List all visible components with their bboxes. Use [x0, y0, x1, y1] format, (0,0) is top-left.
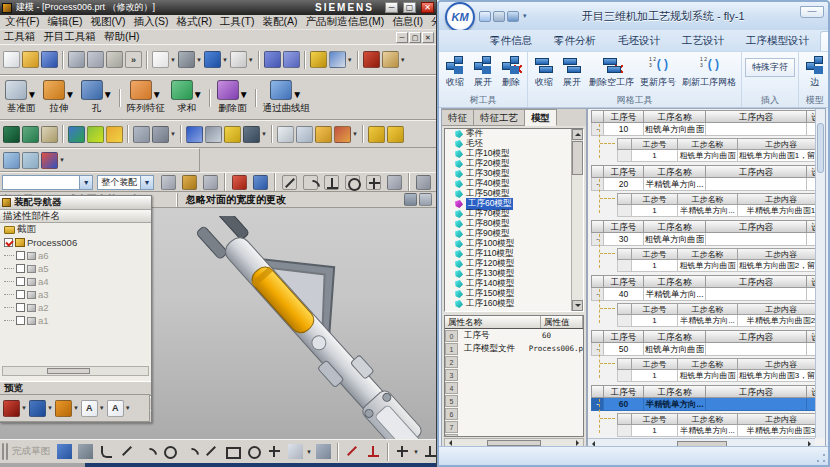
nx-menu-item[interactable]: 开目工具箱 [40, 29, 101, 45]
pane-tab[interactable]: 特征 [442, 109, 474, 126]
csys-icon[interactable]: ▼ [41, 152, 65, 169]
nx-menu-item[interactable]: 装配(A) [258, 15, 301, 30]
line-select-icon[interactable] [280, 175, 299, 190]
nx-menu-item[interactable]: 视图(V) [86, 15, 129, 30]
tree-node-component[interactable]: a4 [0, 275, 151, 288]
edge-button[interactable]: 边 [802, 54, 828, 90]
step-row[interactable]: 1 粗铣单方向曲面 粗铣单方向曲面1，留余 [617, 150, 825, 162]
dropdown-arrow-icon[interactable]: ▼ [306, 449, 312, 455]
step-row[interactable]: 1 半精铣单方向... 半精铣单方向曲面1 [617, 205, 825, 217]
ribbon-tab[interactable]: 零件信息 [479, 31, 543, 51]
selection-scope-dropdown[interactable]: 整个装配 ▼ [97, 175, 154, 190]
check-mate-icon[interactable]: ▼ [68, 126, 85, 143]
checkbox-unchecked[interactable] [16, 277, 25, 286]
shaded-view-icon[interactable]: ▼ [204, 51, 228, 68]
gear-pair-icon[interactable]: ▼ [334, 126, 358, 143]
operation-row[interactable]: - 40 半精铣单方向... [591, 288, 825, 301]
view-orient-icon[interactable]: ▼ [178, 51, 202, 68]
hd3d-icon[interactable]: ▼ [329, 51, 353, 68]
nx-menu-item[interactable]: 帮助(H) [100, 29, 144, 45]
clip-section-icon[interactable] [404, 193, 417, 206]
km-minimize-button[interactable]: — [800, 6, 824, 18]
report-book-icon[interactable]: ▼ [3, 126, 20, 143]
resize-grip[interactable] [816, 453, 826, 463]
prop-name-header[interactable]: 属性名称 [445, 316, 541, 328]
dropdown-arrow-icon[interactable]: ▼ [170, 57, 176, 63]
dropdown-arrow-icon[interactable]: ▼ [347, 57, 353, 63]
chevron-down-icon[interactable]: ▼ [140, 176, 153, 189]
ribbon-tab[interactable]: 零件分析 [543, 31, 607, 51]
sketch-pattern-icon[interactable]: ▼ [76, 444, 95, 459]
checkbox-unchecked[interactable] [16, 290, 25, 299]
operation-row[interactable]: - 30 粗铣单方向曲面 [591, 233, 825, 246]
dropdown-arrow-icon[interactable]: ▼ [222, 57, 228, 63]
dropdown-arrow-icon[interactable]: ▼ [21, 405, 27, 411]
mdi-restore-button[interactable]: ▢ [409, 32, 421, 43]
chevron-down-icon[interactable]: ▼ [79, 176, 92, 189]
save-icon[interactable]: ▼ [41, 51, 58, 68]
tree-node-component[interactable]: a6 [0, 249, 151, 262]
note-text-icon[interactable]: A ▼ [81, 400, 105, 417]
polygon-icon[interactable]: ▼ [244, 444, 263, 459]
tree-node-component[interactable]: a3 [0, 288, 151, 301]
sheet-stack-icon[interactable]: ▼ [22, 126, 39, 143]
dropdown-arrow-icon[interactable]: ▼ [73, 405, 79, 411]
datum-cube-icon[interactable]: ▼ [29, 400, 53, 417]
visual-streams-icon[interactable]: ▼ [363, 51, 380, 68]
checkbox-unchecked[interactable] [16, 303, 25, 312]
tree-node-component[interactable]: a2 [0, 301, 151, 314]
assembly-constraints-icon[interactable]: ▼ [283, 51, 300, 68]
check-tool-icon[interactable]: ▼ [87, 126, 104, 143]
fit-view-icon[interactable]: ▼ [152, 51, 176, 68]
broom-icon[interactable]: ▼ [243, 126, 267, 143]
nx-menu-item[interactable]: 信息(I) [388, 15, 427, 30]
point-select-icon[interactable] [364, 175, 383, 190]
folder-add-icon[interactable]: ▼ [315, 126, 332, 143]
nx-minimize-button[interactable]: ─ [385, 2, 398, 13]
part-family-icon[interactable]: ▼ [368, 126, 385, 143]
tree-node-component[interactable]: a1 [0, 314, 151, 327]
step-row[interactable]: 1 粗铣单方向曲面 粗铣单方向曲面3，留余 [617, 370, 825, 382]
nx-menu-item[interactable]: 工具箱 [0, 29, 40, 45]
dropdown-arrow-icon[interactable]: ▼ [196, 57, 202, 63]
tag-icon[interactable]: ▼ [41, 126, 58, 143]
mdi-minimize-button[interactable]: ─ [396, 32, 408, 43]
dropdown-arrow-icon[interactable]: ▼ [170, 131, 176, 137]
operation-row[interactable]: - 50 粗铣单方向曲面 [591, 343, 825, 356]
dropdown-arrow-icon[interactable]: ▼ [400, 57, 406, 63]
window-grid-icon[interactable] [419, 193, 432, 206]
navigator-hscrollbar[interactable] [2, 366, 149, 376]
compass-icon[interactable] [230, 175, 249, 190]
dropdown-arrow-icon[interactable]: ▼ [193, 89, 203, 100]
arrow-select-icon[interactable] [322, 175, 341, 190]
role-key-icon[interactable]: ▼ [310, 51, 327, 68]
grid-vscrollbar[interactable] [815, 109, 825, 438]
nx-menu-item[interactable]: 工具(T) [216, 15, 258, 30]
prop-row[interactable]: 0 工序号 60 [445, 329, 583, 342]
step-row[interactable]: 1 半精铣单方向... 半精铣单方向曲面2 [617, 315, 825, 327]
operation-row[interactable]: - 20 半精铣单方向... [591, 178, 825, 191]
copy-icon[interactable]: ▼ [87, 51, 104, 68]
checkbox-unchecked[interactable] [16, 316, 25, 325]
triangle-icon[interactable]: ▼ [277, 126, 294, 143]
checkbox-unchecked[interactable] [16, 264, 25, 273]
nx-menu-item[interactable]: 分析(L) [427, 15, 436, 30]
dropdown-arrow-icon[interactable]: ▼ [292, 89, 302, 100]
snap-filter-icon[interactable] [159, 175, 178, 190]
new-file-icon[interactable]: ▼ [3, 51, 20, 68]
3d-model-assembly[interactable] [168, 216, 424, 452]
tree-node-section[interactable]: 截面 [0, 223, 151, 236]
rectangle-icon[interactable]: ▼ [223, 444, 242, 459]
pattern-curve-icon[interactable]: ▼ [314, 444, 333, 459]
wireframe-view-icon[interactable]: ▼ [230, 51, 254, 68]
arc-icon[interactable]: ▼ [139, 444, 158, 459]
constraints-icon[interactable]: ▼ [421, 444, 436, 459]
dropdown-arrow-icon[interactable]: ▼ [248, 57, 254, 63]
operation-row[interactable]: - 60 半精铣单方向... [591, 398, 825, 411]
circle-center-icon[interactable] [343, 175, 362, 190]
ribbon-tab[interactable]: 工艺设计 [671, 31, 735, 51]
feature-button[interactable]: ▼ 阵列特征 [127, 80, 165, 115]
dropdown-arrow-icon[interactable]: ▼ [103, 89, 113, 100]
ribbon-button[interactable]: 收缩 [442, 54, 468, 90]
spring-icon[interactable]: ▼ [205, 126, 222, 143]
